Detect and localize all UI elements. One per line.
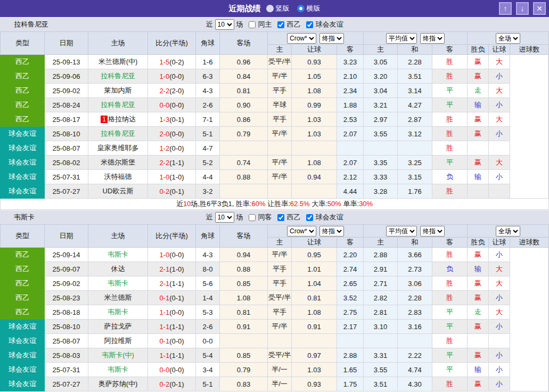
avg-home-cell: 1.88 [337,98,364,112]
home-team-cell: 沃特福德 [88,170,148,184]
away-odds-cell: 0.81 [292,291,337,305]
corner-cell: 4-3 [196,248,220,262]
col-away: 客场 [220,32,268,55]
match-date: 25-08-10 [45,127,88,141]
filter-controls: 拉科鲁尼亚 近 10 场 同主 西乙 球会友谊 [0,17,549,31]
score-cell: 1-1(0-0) [148,305,196,320]
filter-controls: 韦斯卡 近 10 场 同客 西乙 球会友谊 [0,210,549,224]
handicap-cell: 平/半 [268,127,292,141]
radio-horizontal-layout[interactable]: 横版 [297,4,321,13]
handicap-result-cell [468,184,489,199]
handicap-cell: 受平/半 [268,55,292,69]
away-odds-cell: 0.99 [292,98,337,112]
team-label: 阿拉维斯 [104,337,132,345]
team-label: 拉科鲁尼亚 [101,101,135,109]
league-checkbox[interactable] [277,214,284,221]
team-label: 奥萨苏纳(中) [99,380,138,388]
home-team-cell: UD欧云斯 [88,184,148,199]
sub-avg-draw: 和 [398,45,432,55]
fullmatch-select[interactable]: 全场 [496,226,520,236]
avg-draw-cell: 3.51 [364,377,398,391]
avg-draw-cell: 3.33 [364,170,398,184]
home-odds-cell [220,184,268,199]
match-type-badge: 球会友谊 [1,377,45,391]
average-stage-select[interactable]: 终指 [420,33,445,44]
team-label: UD欧云斯 [103,187,134,195]
same-venue-checkbox[interactable] [249,21,256,28]
close-button[interactable]: ✕ [533,2,546,15]
radio-vertical-layout[interactable]: 竖版 [266,4,290,13]
average-select[interactable]: 平均值 [386,226,417,236]
radio-unselected-icon[interactable] [266,5,274,12]
friendly-checkbox[interactable] [306,21,313,28]
match-row: 西乙25-09-02莱加内斯2-2(2-0)4-30.81平手1.082.343… [1,84,549,98]
home-team-cell: 萨拉戈萨 [88,320,148,334]
match-type-badge: 西乙 [1,69,45,84]
match-type-badge: 球会友谊 [1,184,45,199]
average-select[interactable]: 平均值 [386,33,417,44]
team-label: 皇家奥维耶多 [97,144,139,152]
bookmaker-select[interactable]: Crow* [287,226,316,236]
handicap-result-cell: 输 [468,363,489,377]
goals-result-cell: 小 [489,248,510,262]
home-odds-cell [220,141,268,156]
bookmaker-select[interactable]: Crow* [287,33,316,44]
recent-count-select[interactable]: 10 [215,19,234,30]
goals-result-cell: 小 [489,320,510,334]
odds-stage-select[interactable]: 终指 [319,226,344,236]
score-cell: 1-1(1-1) [148,348,196,363]
away-odds-cell: 0.97 [292,348,337,363]
team-label: 拉科鲁尼亚 [101,129,135,137]
avg-home-cell: 2.53 [337,112,364,127]
avg-draw-cell [364,334,398,348]
odds-stage-select[interactable]: 终指 [319,33,344,44]
summary-segment: 让胜率: [266,200,290,208]
near-label: 近 [206,213,213,222]
league-checkbox[interactable] [277,21,284,28]
match-type-badge: 球会友谊 [1,363,45,377]
handicap-cell: 半/一 [268,363,292,377]
home-odds-cell: 0.88 [220,262,268,276]
friendly-checkbox[interactable] [306,214,313,221]
away-odds-cell: 1.03 [292,363,337,377]
radio-selected-icon[interactable] [297,5,305,12]
handicap-cell: 平/半 [268,248,292,262]
match-date: 25-09-13 [45,55,88,69]
home-odds-cell: 0.94 [220,248,268,262]
sub-away: 客 [337,45,364,55]
corner-cell: 5-6 [196,276,220,291]
corner-cell: 0-0 [196,334,220,348]
handicap-result-cell: 赢 [468,127,489,141]
same-venue-checkbox[interactable] [249,214,256,221]
result-cell: 胜 [432,377,468,391]
corner-cell: 2-6 [196,320,220,334]
result-cell: 胜 [432,69,468,84]
team-label: 休达 [111,265,125,273]
score-cell: 0-0(0-0) [148,98,196,112]
home-team-cell: 拉科鲁尼亚 [88,98,148,112]
average-stage-select[interactable]: 终指 [420,226,445,236]
corner-cell: 5-1 [196,127,220,141]
handicap-result-cell [468,141,489,156]
handicap-result-cell: 赢 [468,291,489,305]
col-date: 日期 [45,32,88,55]
recent-count-select[interactable]: 10 [215,212,234,223]
avg-draw-cell [364,141,398,156]
col-type: 类型 [1,225,45,248]
result-cell: 胜 [432,334,468,348]
home-team-cell: 拉科鲁尼亚 [88,69,148,84]
home-odds-cell [220,334,268,348]
avg-draw-cell: 2.97 [364,112,398,127]
corner-cell: 6-3 [196,69,220,84]
handicap-result-cell: 输 [468,98,489,112]
goals-result-cell: 大 [489,112,510,127]
move-down-button[interactable]: ↓ [516,2,529,15]
match-date: 25-07-31 [45,363,88,377]
fullmatch-select[interactable]: 全场 [496,33,520,44]
move-up-button[interactable]: ↑ [499,2,512,15]
col-corner: 角球 [196,225,220,248]
match-date: 25-07-27 [45,377,88,391]
away-odds-cell: 0.95 [292,248,337,262]
sub-home: 主 [268,45,292,55]
sub-handicap: 让球 [292,45,337,55]
